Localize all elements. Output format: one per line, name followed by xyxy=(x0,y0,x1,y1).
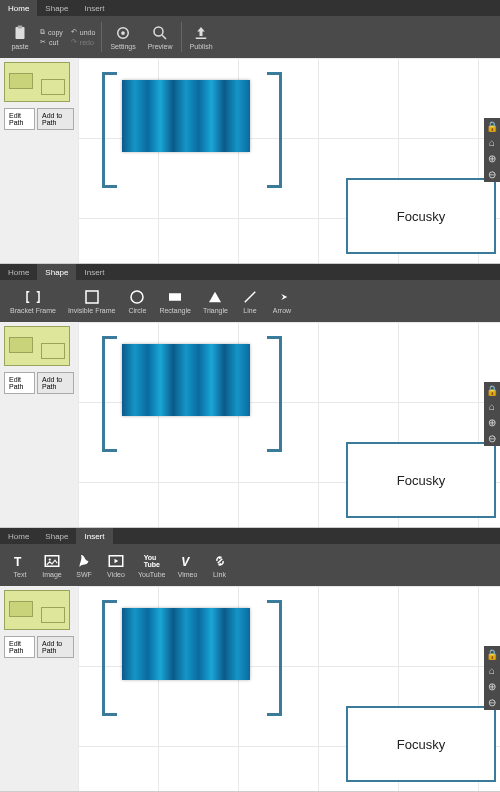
redo-button[interactable]: ↷redo xyxy=(67,37,100,47)
svg-rect-1 xyxy=(18,26,23,29)
settings-button[interactable]: Settings xyxy=(104,16,141,58)
triangle-button[interactable]: Triangle xyxy=(197,280,234,322)
video-icon xyxy=(107,552,125,570)
right-rail: 🔒 ⌂ ⊕ ⊖ xyxy=(484,118,500,182)
line-icon xyxy=(241,288,259,306)
slide-thumbnail[interactable] xyxy=(4,590,70,630)
vimeo-button[interactable]: VVimeo xyxy=(172,544,204,586)
focusky-label: Focusky xyxy=(397,209,445,224)
lock-icon[interactable]: 🔒 xyxy=(484,646,500,662)
focusky-frame[interactable]: Focusky xyxy=(346,442,496,518)
focusky-frame[interactable]: Focusky xyxy=(346,706,496,782)
youtube-button[interactable]: YouTubeYouTube xyxy=(132,544,172,586)
magnifier-icon xyxy=(151,24,169,42)
youtube-icon: YouTube xyxy=(143,552,161,570)
zoom-out-icon[interactable]: ⊖ xyxy=(484,694,500,710)
add-to-path-button[interactable]: Add to Path xyxy=(37,108,74,130)
undo-button[interactable]: ↶undo xyxy=(67,27,100,37)
clipboard-icon xyxy=(11,24,29,42)
edit-path-button[interactable]: Edit Path xyxy=(4,636,35,658)
publish-button[interactable]: Publish xyxy=(184,16,219,58)
triangle-label: Triangle xyxy=(203,307,228,314)
sidebar: Edit Path Add to Path xyxy=(0,322,78,527)
tab-bar: Home Shape Insert xyxy=(0,0,500,16)
zoom-in-icon[interactable]: ⊕ xyxy=(484,678,500,694)
canvas[interactable]: Focusky 🔒 ⌂ ⊕ ⊖ xyxy=(78,322,500,527)
home-icon[interactable]: ⌂ xyxy=(484,662,500,678)
arrow-button[interactable]: Arrow xyxy=(266,280,298,322)
copy-button[interactable]: ⧉copy xyxy=(36,27,67,37)
rectangle-button[interactable]: Rectangle xyxy=(153,280,197,322)
circle-button[interactable]: Circle xyxy=(121,280,153,322)
settings-label: Settings xyxy=(110,43,135,50)
add-to-path-button[interactable]: Add to Path xyxy=(37,372,74,394)
cut-button[interactable]: ✂cut xyxy=(36,37,67,47)
preview-button[interactable]: Preview xyxy=(142,16,179,58)
canvas[interactable]: Focusky 🔒 ⌂ ⊕ ⊖ xyxy=(78,58,500,263)
lock-icon[interactable]: 🔒 xyxy=(484,118,500,134)
gear-icon xyxy=(114,24,132,42)
line-button[interactable]: Line xyxy=(234,280,266,322)
canvas[interactable]: Focusky 🔒 ⌂ ⊕ ⊖ xyxy=(78,586,500,791)
image-button[interactable]: Image xyxy=(36,544,68,586)
swf-button[interactable]: SWF xyxy=(68,544,100,586)
flash-icon xyxy=(75,552,93,570)
video-button[interactable]: Video xyxy=(100,544,132,586)
tab-home[interactable]: Home xyxy=(0,0,37,16)
tab-shape[interactable]: Shape xyxy=(37,528,76,544)
tab-shape[interactable]: Shape xyxy=(37,0,76,16)
circle-label: Circle xyxy=(128,307,146,314)
paste-button[interactable]: paste xyxy=(4,16,36,58)
edit-path-button[interactable]: Edit Path xyxy=(4,372,35,394)
image-icon xyxy=(43,552,61,570)
add-to-path-button[interactable]: Add to Path xyxy=(37,636,74,658)
arrow-label: Arrow xyxy=(273,307,291,314)
upload-icon xyxy=(192,24,210,42)
focusky-frame[interactable]: Focusky xyxy=(346,178,496,254)
link-label: Link xyxy=(213,571,226,578)
zoom-in-icon[interactable]: ⊕ xyxy=(484,150,500,166)
slide-thumbnail[interactable] xyxy=(4,62,70,102)
canvas-image[interactable] xyxy=(122,344,250,416)
zoom-out-icon[interactable]: ⊖ xyxy=(484,430,500,446)
svg-line-10 xyxy=(245,292,256,303)
tab-bar: Home Shape Insert xyxy=(0,264,500,280)
svg-rect-0 xyxy=(16,27,25,39)
edit-path-button[interactable]: Edit Path xyxy=(4,108,35,130)
svg-rect-6 xyxy=(196,38,207,40)
link-button[interactable]: Link xyxy=(204,544,236,586)
invisible-frame-button[interactable]: Invisible Frame xyxy=(62,280,121,322)
focusky-label: Focusky xyxy=(397,473,445,488)
publish-label: Publish xyxy=(190,43,213,50)
tab-home[interactable]: Home xyxy=(0,528,37,544)
text-icon: T xyxy=(11,552,29,570)
lock-icon[interactable]: 🔒 xyxy=(484,382,500,398)
right-rail: 🔒 ⌂ ⊕ ⊖ xyxy=(484,382,500,446)
zoom-out-icon[interactable]: ⊖ xyxy=(484,166,500,182)
canvas-image[interactable] xyxy=(122,608,250,680)
youtube-label: YouTube xyxy=(138,571,166,578)
tab-insert[interactable]: Insert xyxy=(76,528,112,544)
focusky-label: Focusky xyxy=(397,737,445,752)
home-icon[interactable]: ⌂ xyxy=(484,134,500,150)
home-toolbar: paste ⧉copy ✂cut ↶undo ↷redo Settings Pr… xyxy=(0,16,500,58)
insert-toolbar: TText Image SWF Video YouTubeYouTube VVi… xyxy=(0,544,500,586)
redo-icon: ↷ xyxy=(71,38,77,46)
tab-home[interactable]: Home xyxy=(0,264,37,280)
tab-shape[interactable]: Shape xyxy=(37,264,76,280)
tab-insert[interactable]: Insert xyxy=(76,0,112,16)
slide-thumbnail[interactable] xyxy=(4,326,70,366)
home-icon[interactable]: ⌂ xyxy=(484,398,500,414)
zoom-in-icon[interactable]: ⊕ xyxy=(484,414,500,430)
preview-label: Preview xyxy=(148,43,173,50)
canvas-image[interactable] xyxy=(122,80,250,152)
svg-text:T: T xyxy=(14,555,22,569)
svg-text:V: V xyxy=(181,555,190,569)
tab-insert[interactable]: Insert xyxy=(76,264,112,280)
paste-label: paste xyxy=(11,43,28,50)
copy-label: copy xyxy=(48,29,63,36)
text-button[interactable]: TText xyxy=(4,544,36,586)
link-icon xyxy=(211,552,229,570)
bracket-frame-button[interactable]: Bracket Frame xyxy=(4,280,62,322)
copy-icon: ⧉ xyxy=(40,28,45,36)
